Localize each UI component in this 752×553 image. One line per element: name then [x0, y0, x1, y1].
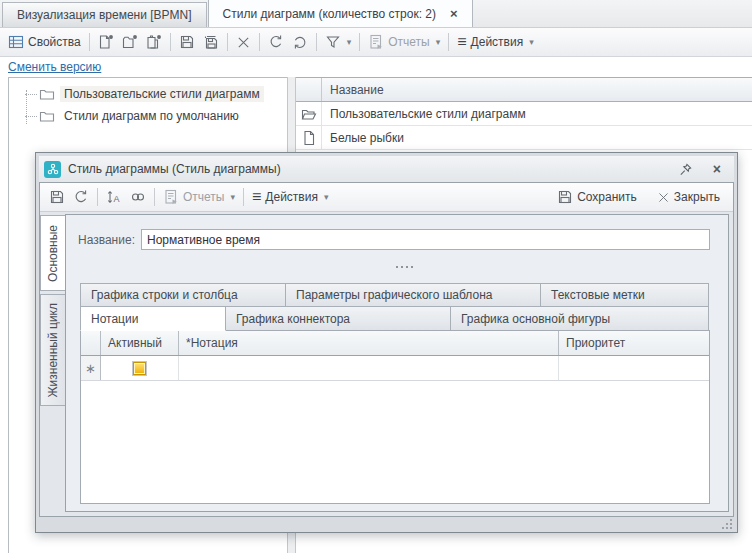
save-all-icon — [203, 34, 219, 50]
dialog-tab-strips: Графика строки и столбца Параметры графи… — [80, 283, 710, 331]
name-column-header[interactable]: Название — [322, 83, 384, 97]
dialog-save-icon-button[interactable] — [46, 187, 68, 207]
tab-text-labels[interactable]: Текстовые метки — [540, 283, 709, 307]
toolbar-separator — [154, 188, 155, 206]
tab-notations[interactable]: Нотации — [80, 306, 226, 331]
properties-label: Свойства — [28, 35, 81, 49]
delete-button[interactable] — [233, 33, 254, 52]
new-folder-button[interactable] — [119, 32, 141, 52]
name-field-label: Название: — [78, 233, 135, 247]
dialog-close-button[interactable]: Закрыть — [654, 188, 723, 206]
reports-label: Отчеты — [388, 35, 429, 49]
table-header-row: Название — [296, 77, 752, 102]
refresh-all-icon — [292, 34, 308, 50]
grid-cell-notation[interactable] — [179, 356, 559, 380]
tree-connector — [25, 94, 37, 95]
properties-button[interactable]: Свойства — [5, 32, 84, 52]
column-header-active[interactable]: Активный — [101, 331, 179, 355]
save-all-button[interactable] — [200, 32, 222, 52]
tab-label: Параметры графического шаблона — [296, 288, 492, 302]
name-input[interactable] — [141, 229, 710, 250]
dropdown-arrow-icon: ▾ — [347, 37, 352, 47]
close-x-icon — [657, 191, 670, 204]
tab-time-visualization[interactable]: Визуализация времени [BPMN] — [2, 2, 207, 27]
grid-header-row: Активный *Нотация Приоритет — [81, 331, 709, 356]
report-icon — [368, 34, 384, 50]
diagram-style-icon — [44, 161, 61, 178]
diagram-style-dialog: Стиль диаграммы (Стиль диаграммы) × Отче… — [35, 152, 738, 533]
row-indicator-header — [81, 331, 101, 355]
row-height-icon — [106, 189, 122, 205]
panel-expander[interactable] — [66, 250, 728, 283]
column-header-priority[interactable]: Приоритет — [559, 331, 709, 355]
dialog-toolbar: Отчеты ▾ ≡ Действия ▾ Сохранить Закрыть — [40, 183, 733, 212]
toolbar-separator — [97, 188, 98, 206]
tree-connector — [25, 116, 37, 117]
hamburger-icon: ≡ — [457, 35, 466, 49]
active-checkbox[interactable] — [133, 362, 146, 375]
grid-new-row[interactable]: ∗ — [81, 356, 709, 381]
toolbar-separator — [227, 33, 228, 51]
paste-special-button[interactable] — [143, 32, 165, 52]
dialog-body: Основные Жизненный цикл Название: График… — [40, 212, 733, 516]
document-icon — [301, 130, 317, 146]
tab-template-params[interactable]: Параметры графического шаблона — [285, 283, 541, 307]
new-folder-icon — [122, 34, 138, 50]
table-row[interactable]: Пользовательские стили диаграмм — [296, 102, 752, 126]
tab-label: Визуализация времени [BPMN] — [17, 8, 192, 22]
pin-icon[interactable] — [678, 162, 693, 177]
auto-height-button[interactable] — [103, 187, 125, 207]
resize-grip[interactable] — [722, 519, 733, 530]
actions-button[interactable]: ≡ Действия ▾ — [454, 33, 536, 51]
toolbar-separator — [316, 33, 317, 51]
side-tab-label: Основные — [46, 225, 60, 282]
toolbar-separator — [243, 188, 244, 206]
tab-diagram-styles[interactable]: Стили диаграмм (количество строк: 2) × — [208, 0, 473, 27]
expander-dots-icon — [396, 266, 398, 268]
table-cell-name: Белые рыбки — [322, 131, 404, 145]
filter-icon — [325, 34, 341, 50]
side-tab-lifecycle[interactable]: Жизненный цикл — [40, 294, 65, 406]
actions-label: Действия — [265, 190, 318, 204]
table-row[interactable]: Белые рыбки — [296, 126, 752, 150]
dialog-actions-button[interactable]: ≡ Действия ▾ — [249, 188, 331, 206]
open-folder-icon — [301, 106, 317, 122]
version-row: Сменить версию — [0, 57, 752, 77]
tab-close-icon[interactable]: × — [450, 6, 458, 21]
change-version-link[interactable]: Сменить версию — [8, 60, 101, 74]
column-header-notation[interactable]: *Нотация — [179, 331, 559, 355]
reports-button[interactable]: Отчеты ▾ — [365, 32, 443, 52]
chain-link-icon — [130, 189, 146, 205]
dropdown-arrow-icon: ▾ — [230, 192, 235, 202]
tab-row-column-graphics[interactable]: Графика строки и столбца — [80, 283, 286, 307]
refresh-button[interactable] — [265, 32, 287, 52]
main-toolbar: Свойства ▾ Отчеты ▾ ≡ Действия ▾ — [0, 28, 752, 57]
side-tab-general[interactable]: Основные — [40, 215, 65, 291]
tree-item-default-styles[interactable]: Стили диаграмм по умолчанию — [9, 105, 287, 127]
tab-connector-graphics[interactable]: Графика коннектора — [225, 306, 451, 331]
tab-label: Текстовые метки — [551, 288, 645, 302]
grid-cell-priority[interactable] — [559, 356, 709, 380]
dropdown-arrow-icon: ▾ — [324, 192, 329, 202]
table-cell-name: Пользовательские стили диаграмм — [322, 107, 526, 121]
refresh-all-button[interactable] — [289, 32, 311, 52]
toolbar-separator — [259, 33, 260, 51]
report-icon — [163, 189, 179, 205]
reports-label: Отчеты — [183, 190, 224, 204]
dialog-save-button[interactable]: Сохранить — [554, 187, 640, 207]
dialog-reports-button[interactable]: Отчеты ▾ — [160, 187, 238, 207]
notations-grid: Активный *Нотация Приоритет ∗ — [80, 330, 710, 504]
save-button[interactable] — [176, 32, 198, 52]
tree-item-user-styles[interactable]: Пользовательские стили диаграмм — [9, 83, 287, 105]
dialog-content-panel: Название: Графика строки и столбца Парам… — [65, 214, 729, 512]
filter-button[interactable]: ▾ — [322, 32, 355, 52]
save-label: Сохранить — [577, 190, 637, 204]
close-label: Закрыть — [674, 190, 720, 204]
new-item-button[interactable] — [95, 32, 117, 52]
tab-main-figure-graphics[interactable]: Графика основной фигуры — [450, 306, 709, 331]
link-button[interactable] — [127, 187, 149, 207]
dialog-close-icon[interactable]: × — [713, 161, 721, 177]
dialog-refresh-button[interactable] — [70, 187, 92, 207]
dialog-titlebar[interactable]: Стиль диаграммы (Стиль диаграммы) × — [39, 156, 734, 182]
toolbar-separator — [359, 33, 360, 51]
